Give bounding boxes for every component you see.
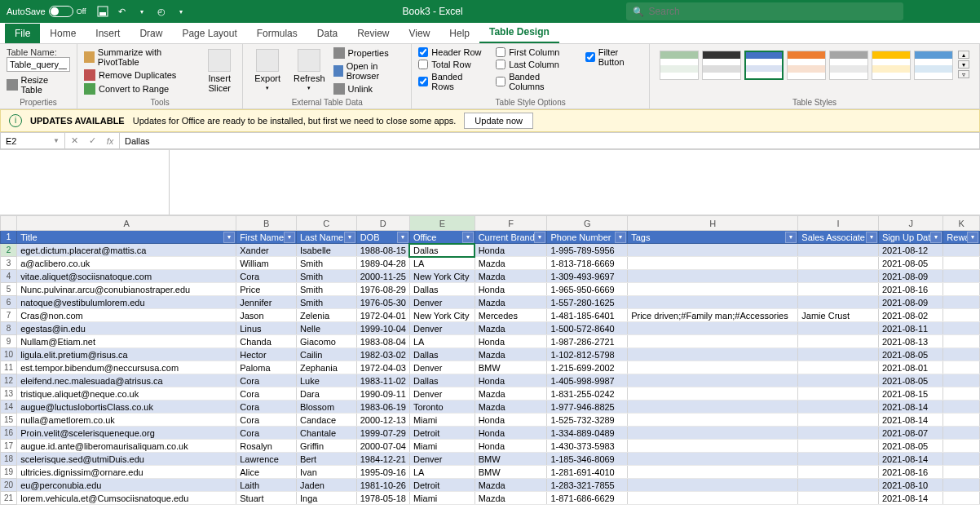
cell-A14[interactable]: augue@luctuslobortisClass.co.uk [17, 400, 236, 414]
tab-page-layout[interactable]: Page Layout [172, 24, 246, 43]
tab-formulas[interactable]: Formulas [247, 24, 307, 43]
cell-C15[interactable]: Candace [296, 414, 356, 427]
cell-E16[interactable]: Detroit [409, 427, 475, 440]
cell-I5[interactable] [798, 283, 879, 296]
cell-K3[interactable] [943, 257, 980, 270]
cell-D7[interactable]: 1972-04-01 [356, 309, 409, 322]
row-header-20[interactable]: 20 [1, 479, 17, 492]
row-header-3[interactable]: 3 [1, 257, 17, 270]
cell-E4[interactable]: New York City [409, 270, 475, 283]
table-header-dob[interactable]: DOB▾ [356, 231, 409, 244]
filter-icon[interactable]: ▾ [462, 232, 474, 243]
cell-B18[interactable]: Lawrence [236, 453, 297, 466]
cell-G18[interactable]: 1-185-346-8069 [547, 453, 628, 466]
tab-file[interactable]: File [5, 24, 40, 43]
cell-G16[interactable]: 1-334-889-0489 [547, 427, 628, 440]
cell-G12[interactable]: 1-405-998-9987 [547, 374, 628, 387]
row-header-21[interactable]: 21 [1, 492, 17, 505]
col-header-K[interactable]: K [943, 216, 980, 231]
cell-K5[interactable] [943, 283, 980, 296]
cell-D13[interactable]: 1990-09-11 [356, 387, 409, 400]
cell-A4[interactable]: vitae.aliquet@sociisnatoque.com [17, 270, 236, 283]
cell-A12[interactable]: eleifend.nec.malesuada@atrisus.ca [17, 374, 236, 387]
col-header-G[interactable]: G [547, 216, 628, 231]
cell-C16[interactable]: Chantale [296, 427, 356, 440]
cell-D2[interactable]: 1988-08-15 [356, 244, 409, 257]
cell-F6[interactable]: Mazda [475, 296, 547, 309]
cell-B4[interactable]: Cora [236, 270, 297, 283]
cell-F16[interactable]: Honda [475, 427, 547, 440]
summarize-pivot-button[interactable]: Summarize with PivotTable [84, 47, 196, 67]
cell-C13[interactable]: Dara [296, 387, 356, 400]
cell-K7[interactable] [943, 309, 980, 322]
col-header-I[interactable]: I [798, 216, 879, 231]
cell-B21[interactable]: Stuart [236, 492, 297, 505]
cell-B10[interactable]: Hector [236, 348, 297, 361]
cell-B12[interactable]: Cora [236, 374, 297, 387]
filter-icon[interactable]: ▾ [866, 232, 877, 243]
cell-H11[interactable] [628, 361, 798, 374]
cell-E11[interactable]: Denver [409, 361, 475, 374]
cell-J8[interactable]: 2021-08-11 [878, 322, 942, 335]
tab-table-design[interactable]: Table Design [479, 22, 559, 43]
table-header-rewar[interactable]: Rewar▾ [943, 231, 980, 244]
tab-view[interactable]: View [400, 24, 440, 43]
filter-icon[interactable]: ▾ [534, 232, 545, 243]
cell-G7[interactable]: 1-481-185-6401 [547, 309, 628, 322]
cell-I11[interactable] [798, 361, 879, 374]
cell-G19[interactable]: 1-281-691-4010 [547, 466, 628, 479]
cell-C20[interactable]: Jaden [296, 479, 356, 492]
cell-H12[interactable] [628, 374, 798, 387]
cell-H13[interactable] [628, 387, 798, 400]
cell-K9[interactable] [943, 335, 980, 348]
cell-I9[interactable] [798, 335, 879, 348]
cell-B9[interactable]: Chanda [236, 335, 297, 348]
row-header-5[interactable]: 5 [1, 283, 17, 296]
cell-G21[interactable]: 1-871-686-6629 [547, 492, 628, 505]
cell-C17[interactable]: Griffin [296, 440, 356, 453]
table-style-6[interactable] [872, 51, 911, 80]
row-header-8[interactable]: 8 [1, 322, 17, 335]
cell-A2[interactable]: eget.dictum.placerat@mattis.ca [17, 244, 236, 257]
cell-B6[interactable]: Jennifer [236, 296, 297, 309]
search-input[interactable] [649, 6, 897, 17]
cell-K8[interactable] [943, 322, 980, 335]
cell-F5[interactable]: Honda [475, 283, 547, 296]
cell-J2[interactable]: 2021-08-12 [878, 244, 942, 257]
cell-I14[interactable] [798, 400, 879, 414]
cell-G6[interactable]: 1-557-280-1625 [547, 296, 628, 309]
cell-D20[interactable]: 1981-10-26 [356, 479, 409, 492]
cell-A9[interactable]: Nullam@Etiam.net [17, 335, 236, 348]
tab-review[interactable]: Review [347, 24, 399, 43]
tab-insert[interactable]: Insert [86, 24, 130, 43]
cell-H4[interactable] [628, 270, 798, 283]
cell-J6[interactable]: 2021-08-09 [878, 296, 942, 309]
cell-F15[interactable]: Honda [475, 414, 547, 427]
table-style-2[interactable] [702, 51, 741, 80]
cell-A6[interactable]: natoque@vestibulumlorem.edu [17, 296, 236, 309]
table-header-title[interactable]: Title▾ [17, 231, 236, 244]
cell-B2[interactable]: Xander [236, 244, 297, 257]
cancel-formula-icon[interactable]: ✕ [65, 135, 83, 146]
filter-icon[interactable]: ▾ [967, 232, 978, 243]
cell-B15[interactable]: Cora [236, 414, 297, 427]
touch-mode-icon[interactable]: ◴ [152, 2, 171, 21]
last-column-check[interactable]: Last Column [496, 60, 572, 69]
cell-K12[interactable] [943, 374, 980, 387]
refresh-button[interactable]: Refresh▾ [289, 47, 330, 95]
cell-I12[interactable] [798, 374, 879, 387]
cell-E7[interactable]: New York City [409, 309, 475, 322]
cell-D11[interactable]: 1972-04-03 [356, 361, 409, 374]
resize-table-button[interactable]: Resize Table [7, 75, 70, 95]
row-header-7[interactable]: 7 [1, 309, 17, 322]
filter-button-check[interactable]: Filter Button [585, 47, 642, 67]
cell-K16[interactable] [943, 427, 980, 440]
insert-slicer-button[interactable]: Insert Slicer [203, 47, 236, 95]
cell-H20[interactable] [628, 479, 798, 492]
table-style-7[interactable] [914, 51, 953, 80]
cell-H9[interactable] [628, 335, 798, 348]
cell-I19[interactable] [798, 466, 879, 479]
cell-J3[interactable]: 2021-08-05 [878, 257, 942, 270]
cell-B8[interactable]: Linus [236, 322, 297, 335]
cell-A21[interactable]: lorem.vehicula.et@Cumsociisnatoque.edu [17, 492, 236, 505]
